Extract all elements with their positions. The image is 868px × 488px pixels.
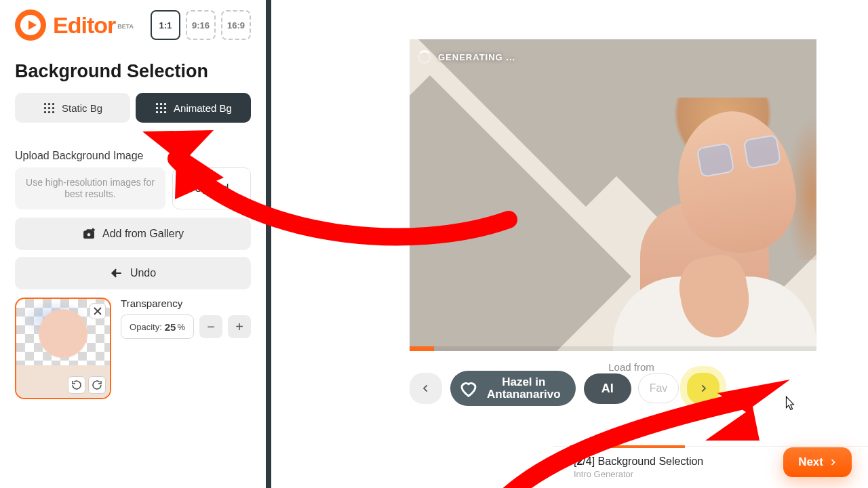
- grid-icon: [43, 102, 55, 114]
- tab-static-bg[interactable]: Static Bg: [15, 93, 130, 123]
- next-label: Next: [798, 455, 823, 469]
- opacity-key: Opacity:: [130, 322, 162, 332]
- thumbnail-close-button[interactable]: [90, 303, 106, 319]
- svg-rect-2: [87, 230, 92, 232]
- upload-button[interactable]: Upload: [172, 167, 251, 209]
- gallery-label: Add from Gallery: [102, 228, 184, 240]
- load-ai-button[interactable]: AI: [584, 373, 631, 404]
- rotate-left-button[interactable]: [68, 376, 85, 394]
- upload-hint: Use high-resolution images for best resu…: [15, 167, 165, 209]
- prev-suggestion-button[interactable]: [410, 373, 442, 404]
- arrow-left-icon: [110, 266, 123, 280]
- suggestion-bar: Hazel in Antananarivo Load from AI Fav: [410, 363, 816, 413]
- chevron-right-icon: [829, 458, 837, 466]
- logo-text: Editor: [53, 12, 115, 38]
- preview-wrapper: GENERATING ...: [410, 39, 816, 357]
- opacity-suffix: %: [177, 322, 185, 332]
- status-text: GENERATING ...: [438, 52, 515, 62]
- undo-label: Undo: [130, 267, 156, 279]
- beta-badge: BETA: [117, 23, 134, 30]
- preview-canvas: GENERATING ...: [410, 39, 816, 351]
- subject-image: [505, 39, 816, 351]
- rotate-cw-icon: [92, 380, 102, 390]
- grid-icon: [155, 102, 167, 114]
- chevron-left-icon: [421, 384, 431, 393]
- svg-rect-4: [92, 228, 94, 231]
- load-from-label: Load from: [604, 361, 658, 373]
- progress-bar: [410, 346, 816, 351]
- ratio-9-16[interactable]: 9:16: [186, 10, 216, 40]
- app-logo: EditorBETA: [15, 9, 134, 41]
- active-step-indicator: [570, 445, 685, 448]
- load-fav-button[interactable]: Fav: [638, 373, 679, 403]
- svg-point-1: [87, 233, 90, 237]
- close-icon: [94, 307, 102, 315]
- tab-static-label: Static Bg: [62, 102, 102, 114]
- opacity-value: 25: [165, 321, 176, 333]
- rotate-right-button[interactable]: [88, 376, 106, 394]
- subject-thumbnail[interactable]: [15, 298, 111, 399]
- step-title: [2/4] Background Selection: [574, 455, 703, 468]
- tab-animated-bg[interactable]: Animated Bg: [136, 93, 251, 123]
- opacity-increase-button[interactable]: +: [228, 315, 251, 338]
- next-button[interactable]: Next: [783, 447, 852, 477]
- panel-title: Background Selection: [15, 61, 251, 82]
- opacity-display: Opacity: 25 %: [121, 314, 194, 339]
- suggestion-line-1: Hazel in: [487, 376, 561, 388]
- suggestion-line-2: Antananarivo: [487, 388, 561, 401]
- camera-add-icon: [82, 227, 96, 241]
- sidebar: EditorBETA 1:1 9:16 16:9 Background Sele…: [0, 0, 271, 488]
- wizard-footer: [2/4] Background Selection Intro Generat…: [553, 446, 868, 488]
- upload-section-label: Upload Background Image: [15, 150, 251, 162]
- next-suggestion-button[interactable]: [687, 373, 719, 404]
- ratio-16-9[interactable]: 16:9: [221, 10, 251, 40]
- main-area: GENERATING ... Hazel in Antananarivo Loa…: [277, 0, 868, 488]
- add-from-gallery-button[interactable]: Add from Gallery: [15, 218, 251, 250]
- suggestion-chip[interactable]: Hazel in Antananarivo: [450, 371, 576, 406]
- chevron-right-icon: [698, 384, 708, 393]
- aspect-ratio-group: 1:1 9:16 16:9: [151, 10, 251, 40]
- generating-status: GENERATING ...: [418, 50, 515, 64]
- logo-mark-icon: [15, 9, 46, 41]
- transparency-label: Transparency: [121, 298, 251, 309]
- tab-animated-label: Animated Bg: [174, 102, 232, 114]
- undo-button[interactable]: Undo: [15, 257, 251, 289]
- rotate-ccw-icon: [71, 380, 82, 390]
- opacity-decrease-button[interactable]: −: [199, 315, 222, 338]
- spinner-icon: [418, 50, 431, 64]
- step-subtitle: Intro Generator: [574, 469, 703, 479]
- heart-icon: [458, 378, 479, 399]
- load-from-group: Load from AI Fav: [584, 373, 679, 404]
- ratio-1-1[interactable]: 1:1: [151, 10, 180, 40]
